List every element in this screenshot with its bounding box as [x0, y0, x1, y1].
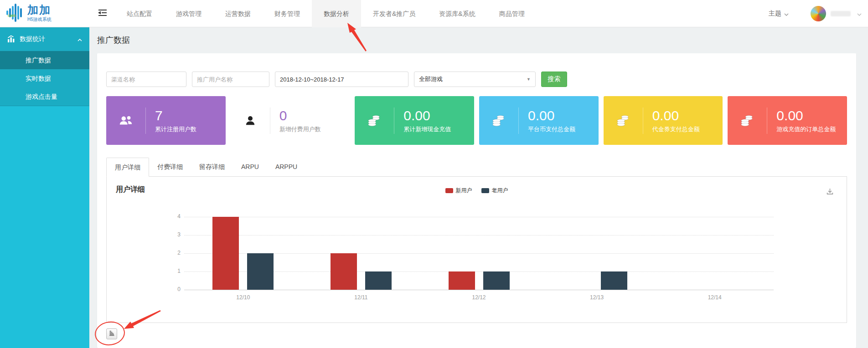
- content-card: 全部游戏 ▼ 搜索 7累计注册用户数0新增付费用户数0.00累计新增现金充值0.…: [97, 53, 856, 348]
- chart-bar: [601, 271, 627, 290]
- gridline: [184, 235, 774, 235]
- stat-divider: [145, 107, 146, 134]
- nav-item-finance-management[interactable]: 财务管理: [263, 0, 312, 27]
- stat-card-platform-coin-total: 0.00平台币支付总金额: [479, 96, 599, 145]
- gridline: [184, 217, 774, 217]
- tab-pay-detail[interactable]: 付费详细: [149, 158, 191, 176]
- outdent-icon: [98, 9, 107, 18]
- filter-row: 全部游戏 ▼ 搜索: [106, 72, 847, 87]
- logo-icon: CMS: [5, 3, 25, 25]
- theme-dropdown[interactable]: 主题: [769, 10, 789, 18]
- stat-divider: [394, 107, 394, 134]
- stat-card-registered-users: 7累计注册用户数: [106, 96, 226, 145]
- nav-item-data-analysis[interactable]: 数据分析: [312, 0, 361, 27]
- channel-name-input[interactable]: [106, 72, 186, 87]
- sidebar-collapse-button[interactable]: [95, 0, 110, 27]
- main-content: 推广数据 全部游戏 ▼ 搜索 7累计注册用户数0新增付费用户数0.00累计新增现…: [89, 27, 868, 348]
- stat-text: 0新增付费用户数: [279, 108, 321, 133]
- stat-divider: [270, 107, 270, 134]
- search-button[interactable]: 搜索: [541, 72, 567, 87]
- stat-text: 0.00累计新增现金充值: [403, 108, 451, 133]
- chevron-up-icon: [78, 36, 82, 43]
- stat-label: 代金券支付总金额: [652, 125, 700, 133]
- select-caret-icon: ▼: [527, 77, 531, 82]
- logo-text: 加加 H5游戏系统: [27, 5, 52, 23]
- sidebar-item-realtime-data[interactable]: 实时数据: [0, 69, 89, 87]
- chart-toolbox-button[interactable]: [106, 328, 117, 339]
- nav-item-operation-data[interactable]: 运营数据: [213, 0, 263, 27]
- sidebar-group-statistics: 数据统计 推广数据实时数据游戏点击量: [0, 27, 89, 106]
- chart-bar: [331, 253, 357, 290]
- coins-icon: [479, 113, 518, 128]
- stat-text: 7累计注册用户数: [155, 108, 196, 133]
- logo-title: 加加: [27, 5, 52, 15]
- stat-card-new-paying-users: 0新增付费用户数: [231, 96, 350, 145]
- tab-arppu[interactable]: ARPPU: [267, 158, 305, 176]
- promo-user-input[interactable]: [192, 72, 269, 87]
- nav-item-developer-promoter[interactable]: 开发者&推广员: [361, 0, 427, 27]
- nav-item-game-management[interactable]: 游戏管理: [164, 0, 213, 27]
- chart-plot-area: 0123412/1012/1112/1212/1312/14: [107, 177, 847, 322]
- stat-label: 平台币支付总金额: [528, 125, 575, 133]
- stats-row: 7累计注册用户数0新增付费用户数0.00累计新增现金充值0.00平台币支付总金额…: [106, 96, 847, 145]
- chart-bar: [212, 217, 239, 290]
- y-axis-tick-label: 4: [168, 213, 181, 220]
- stat-value: 0.00: [776, 108, 836, 123]
- coins-icon: [355, 113, 394, 128]
- horizontal-bars-icon: [108, 330, 115, 338]
- game-select-value: 全部游戏: [419, 75, 443, 83]
- tab-arpu[interactable]: ARPU: [233, 158, 267, 176]
- stat-label: 新增付费用户数: [279, 125, 321, 133]
- header-right: 主题: [769, 6, 868, 21]
- stat-text: 0.00平台币支付总金额: [528, 108, 575, 133]
- tab-retention-detail[interactable]: 留存详细: [191, 158, 233, 176]
- x-axis-line: [184, 290, 774, 290]
- users-icon: [106, 113, 145, 128]
- y-axis-tick-label: 2: [168, 250, 181, 256]
- app-header: CMS 加加 H5游戏系统 站点配置游戏管理运营数据财务管理数据分析开发者&推广…: [0, 0, 868, 27]
- stat-card-voucher-total: 0.00代金券支付总金额: [604, 96, 723, 145]
- stat-text: 0.00游戏充值的订单总金额: [776, 108, 836, 133]
- theme-label: 主题: [769, 10, 781, 18]
- sidebar-group-header[interactable]: 数据统计: [0, 27, 89, 51]
- stat-label: 累计新增现金充值: [403, 125, 451, 133]
- stat-value: 7: [155, 108, 196, 123]
- stat-text: 0.00代金券支付总金额: [652, 108, 700, 133]
- chart-bar: [449, 271, 475, 290]
- nav-item-product-management[interactable]: 商品管理: [487, 0, 537, 27]
- tab-user-detail[interactable]: 用户详细: [106, 158, 149, 177]
- date-range-input[interactable]: [275, 72, 408, 87]
- x-axis-tick-label: 12/14: [656, 294, 774, 301]
- chart-bar: [365, 271, 392, 290]
- x-axis-tick-label: 12/11: [302, 294, 420, 301]
- logo[interactable]: CMS 加加 H5游戏系统: [0, 0, 89, 27]
- svg-text:CMS: CMS: [8, 14, 16, 18]
- logo-subtitle: H5游戏系统: [27, 16, 52, 23]
- nav-item-resource-system[interactable]: 资源库&系统: [427, 0, 487, 27]
- sidebar-menu: 推广数据实时数据游戏点击量: [0, 51, 89, 106]
- x-axis-tick-label: 12/12: [420, 294, 538, 301]
- bar-chart-icon: [7, 35, 15, 44]
- stat-label: 游戏充值的订单总金额: [776, 125, 836, 133]
- x-axis-tick-label: 12/10: [184, 294, 302, 301]
- sidebar: 数据统计 推广数据实时数据游戏点击量: [0, 27, 89, 348]
- nav-item-site-config[interactable]: 站点配置: [115, 0, 164, 27]
- user-menu-chevron-icon[interactable]: [857, 10, 862, 18]
- detail-tabs: 用户详细付费详细留存详细ARPUARPPU: [106, 158, 847, 177]
- sidebar-group-label: 数据统计: [20, 35, 45, 43]
- stat-value: 0.00: [403, 108, 451, 123]
- stat-divider: [767, 107, 767, 134]
- stat-card-cash-recharge: 0.00累计新增现金充值: [355, 96, 474, 145]
- chart-bar: [247, 253, 274, 290]
- user-icon: [231, 114, 270, 128]
- y-axis-tick-label: 3: [168, 231, 181, 238]
- stat-value: 0: [279, 108, 321, 123]
- sidebar-item-promo-data[interactable]: 推广数据: [0, 51, 89, 69]
- sidebar-item-game-clicks[interactable]: 游戏点击量: [0, 87, 89, 106]
- avatar[interactable]: [811, 6, 826, 21]
- stat-value: 0.00: [652, 108, 700, 123]
- username-redacted: [831, 11, 851, 16]
- game-select[interactable]: 全部游戏 ▼: [414, 72, 536, 87]
- chevron-down-icon: [784, 10, 789, 17]
- y-axis-tick-label: 1: [168, 268, 181, 274]
